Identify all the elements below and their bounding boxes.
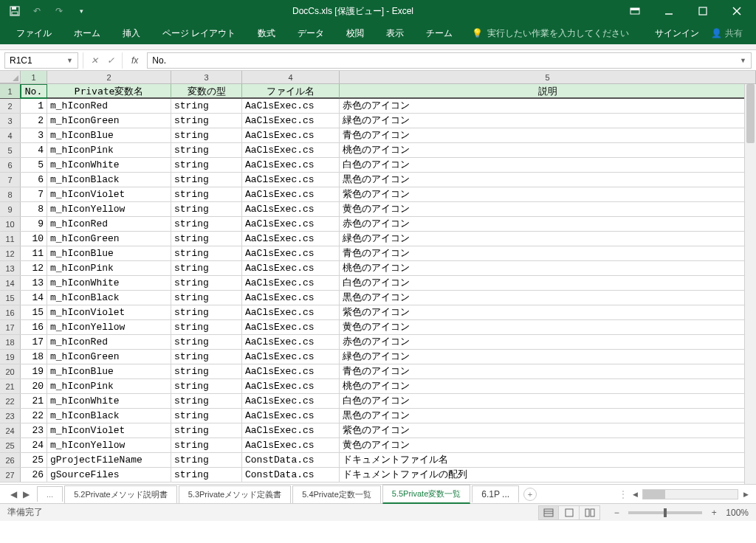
cell-desc[interactable]: 緑色のアイコン [340, 232, 756, 246]
hscroll-left-icon[interactable]: ◀ [629, 491, 641, 498]
row-header[interactable]: 21 [0, 379, 21, 393]
cell-no[interactable]: 21 [21, 394, 47, 408]
row-header[interactable]: 4 [0, 128, 21, 142]
cell-no[interactable]: 17 [21, 335, 47, 349]
row-header[interactable]: 7 [0, 173, 21, 187]
cell-desc[interactable]: 青色のアイコン [340, 128, 756, 142]
cell-name[interactable]: m_hIconPink [47, 379, 171, 393]
scrollbar-thumb[interactable] [746, 84, 755, 143]
sheet-tab-more-left[interactable]: ... [37, 486, 63, 502]
zoom-slider[interactable] [628, 511, 702, 514]
cell-file[interactable]: AaClsExec.cs [242, 305, 340, 319]
cell-no[interactable]: 11 [21, 246, 47, 260]
cell-file[interactable]: AaClsExec.cs [242, 335, 340, 349]
row-header[interactable]: 3 [0, 114, 21, 128]
sheet-tab-5[interactable]: 6.1P ... [472, 485, 519, 502]
cell-no[interactable]: 23 [21, 423, 47, 437]
cell-file[interactable]: AaClsExec.cs [242, 173, 340, 187]
cell-file[interactable]: AaClsExec.cs [242, 409, 340, 423]
minimize-button[interactable] [653, 1, 685, 21]
cell-no[interactable]: 6 [21, 173, 47, 187]
cell-type[interactable]: string [171, 364, 242, 378]
cell-name[interactable]: m_hIconBlue [47, 246, 171, 260]
row-header[interactable]: 14 [0, 276, 21, 290]
cell-name[interactable]: m_hIconGreen [47, 232, 171, 246]
select-all-corner[interactable] [0, 71, 21, 83]
cell-no[interactable]: 18 [21, 350, 47, 364]
col-header-1[interactable]: 1 [21, 71, 47, 83]
cell-file[interactable]: AaClsExec.cs [242, 232, 340, 246]
cell-name[interactable]: m_hIconPink [47, 261, 171, 275]
cell-desc[interactable]: 赤色のアイコン [340, 217, 756, 231]
cell-type[interactable]: string [171, 202, 242, 216]
cell-type[interactable]: string [171, 350, 242, 364]
cell-file[interactable]: ConstData.cs [242, 468, 340, 482]
zoom-in-button[interactable]: + [708, 508, 720, 518]
cell-no[interactable]: 4 [21, 143, 47, 157]
row-header[interactable]: 6 [0, 158, 21, 172]
cell-no[interactable]: 2 [21, 114, 47, 128]
cell-file[interactable]: AaClsExec.cs [242, 187, 340, 201]
cell-name[interactable]: m_hIconWhite [47, 276, 171, 290]
col-header-3[interactable]: 3 [171, 71, 242, 83]
row-header[interactable]: 25 [0, 438, 21, 452]
redo-icon[interactable]: ↷ [53, 5, 65, 17]
cell-desc[interactable]: 桃色のアイコン [340, 379, 756, 393]
cell-no[interactable]: 26 [21, 468, 47, 482]
cell-name[interactable]: m_hIconRed [47, 99, 171, 113]
cell-type[interactable]: string [171, 409, 242, 423]
hscroll-track[interactable] [642, 489, 738, 499]
row-header[interactable]: 27 [0, 468, 21, 482]
tab-view[interactable]: 表示 [376, 23, 414, 44]
cell-type[interactable]: string [171, 158, 242, 172]
hscroll-right-icon[interactable]: ▶ [740, 491, 752, 498]
row-header[interactable]: 2 [0, 99, 21, 113]
cell-no[interactable]: 8 [21, 202, 47, 216]
view-pagebreak-icon[interactable] [580, 505, 600, 520]
cell-name[interactable]: m_hIconYellow [47, 438, 171, 452]
hscroll-thumb[interactable] [643, 490, 665, 499]
cell-type[interactable]: string [171, 320, 242, 334]
zoom-thumb[interactable] [664, 508, 667, 517]
cell-desc[interactable]: ドキュメントファイル名 [340, 453, 756, 467]
vertical-scrollbar[interactable] [744, 84, 756, 484]
cell-desc[interactable]: 紫色のアイコン [340, 305, 756, 319]
cell-name[interactable]: gSourceFiles [47, 468, 171, 482]
cell-no[interactable]: 22 [21, 409, 47, 423]
grid-body[interactable]: 1No.Private変数名変数の型ファイル名説明21m_hIconRedstr… [0, 84, 756, 484]
cell-no[interactable]: 25 [21, 453, 47, 467]
cell-type[interactable]: string [171, 128, 242, 142]
row-header[interactable]: 19 [0, 350, 21, 364]
cell-desc[interactable]: 黒色のアイコン [340, 173, 756, 187]
cell-type[interactable]: string [171, 187, 242, 201]
row-header[interactable]: 8 [0, 187, 21, 201]
row-header[interactable]: 9 [0, 202, 21, 216]
close-button[interactable] [721, 1, 753, 21]
tab-insert[interactable]: 挿入 [112, 23, 151, 44]
cell-no[interactable]: 14 [21, 291, 47, 305]
cell-desc[interactable]: 赤色のアイコン [340, 99, 756, 113]
view-pagelayout-icon[interactable] [559, 505, 580, 520]
cell-type[interactable]: string [171, 423, 242, 437]
cell-file[interactable]: AaClsExec.cs [242, 128, 340, 142]
horizontal-scrollbar[interactable]: ⋮ ◀ ▶ [619, 489, 752, 499]
sheet-tab-active[interactable]: 5.5Private変数一覧 [382, 485, 471, 504]
cell-file[interactable]: AaClsExec.cs [242, 291, 340, 305]
cell-desc[interactable]: 黒色のアイコン [340, 291, 756, 305]
cell-name[interactable]: m_hIconGreen [47, 350, 171, 364]
cell-type[interactable]: string [171, 438, 242, 452]
cell-file[interactable]: AaClsExec.cs [242, 276, 340, 290]
cell-name[interactable]: m_hIconViolet [47, 187, 171, 201]
cell-file[interactable]: AaClsExec.cs [242, 114, 340, 128]
cell-no[interactable]: 24 [21, 438, 47, 452]
cell-no[interactable]: 3 [21, 128, 47, 142]
view-normal-icon[interactable] [538, 505, 559, 520]
cell-no[interactable]: 20 [21, 379, 47, 393]
chevron-down-icon[interactable]: ▼ [66, 57, 73, 64]
row-header[interactable]: 20 [0, 364, 21, 378]
cell-type[interactable]: string [171, 114, 242, 128]
tab-team[interactable]: チーム [416, 23, 463, 44]
col-header-4[interactable]: 4 [242, 71, 340, 83]
cell-file[interactable]: AaClsExec.cs [242, 246, 340, 260]
cell-name[interactable]: m_hIconPink [47, 143, 171, 157]
